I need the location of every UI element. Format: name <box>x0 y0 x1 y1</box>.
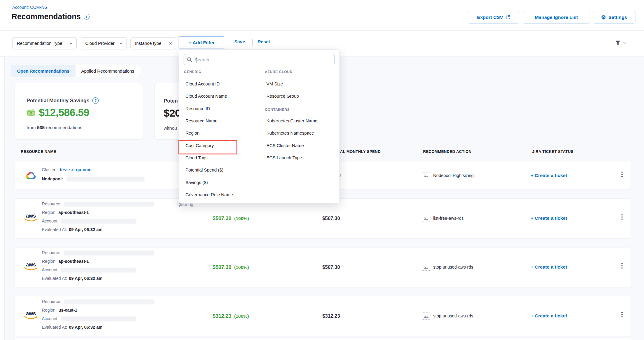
filter-option-governance-rule-name[interactable]: Governance Rule Name <box>185 192 233 197</box>
filter-chip-instance-type[interactable]: Instance type × <box>130 37 176 49</box>
gear-icon: ⚙ <box>601 15 606 20</box>
resource-label: Resource: <box>42 201 61 206</box>
create-ticket-link[interactable]: + Create a ticket <box>531 313 567 319</box>
evaluated-at-value: 09 Apr, 06:32 am <box>69 227 103 232</box>
column-header-recommended-action: RECOMMENDED ACTION <box>423 150 471 154</box>
spend-card-title-partial: Poten <box>164 98 178 104</box>
row-menu-kebab-icon[interactable] <box>619 312 625 317</box>
create-ticket-link[interactable]: + Create a ticket <box>531 215 567 221</box>
image-placeholder-icon <box>422 264 430 271</box>
region-value: ap-southeast-1 <box>58 259 89 264</box>
filter-option-resource-id[interactable]: Resource ID <box>185 106 210 111</box>
image-placeholder-icon <box>422 215 430 222</box>
filter-option-cloud-account-name[interactable]: Cloud Account Name <box>185 94 227 99</box>
table-row[interactable]: aws Resource: Region:us-east-1 Account: … <box>15 296 631 336</box>
tab-applied-recommendations[interactable]: Applied Recommendations <box>75 65 140 77</box>
reset-filter-button[interactable]: Reset <box>258 39 270 44</box>
cluster-name-link[interactable]: test-sri-qa-ccm <box>60 167 92 172</box>
aws-icon: aws <box>24 311 38 320</box>
filter-option-kubernetes-cluster-name[interactable]: Kubernetes Cluster Name <box>266 118 317 123</box>
evaluated-at-value: 09 Apr, 06:32 am <box>69 276 103 281</box>
breadcrumb[interactable]: Account: CCM-NG <box>12 5 48 10</box>
filter-option-potential-spend[interactable]: Potential Spend ($) <box>185 168 223 172</box>
add-filter-dropdown: GENERIC Cloud Account ID Cloud Account N… <box>179 49 340 204</box>
row-menu-kebab-icon[interactable] <box>619 172 625 177</box>
external-link-icon <box>506 15 510 20</box>
potential-monthly-savings-card: Potential Monthly Savings ? $12,586.59 f… <box>15 83 143 139</box>
help-icon[interactable]: ? <box>92 97 99 104</box>
savings-sub-recs: recommendations <box>46 125 82 130</box>
filter-option-resource-name[interactable]: Resource Name <box>185 118 218 123</box>
filter-chip-cloud-provider[interactable]: Cloud Provider <box>81 37 127 49</box>
create-ticket-link[interactable]: + Create a ticket <box>531 173 567 178</box>
row-menu-kebab-icon[interactable] <box>619 263 625 269</box>
redacted-account-value <box>61 316 136 321</box>
add-filter-button[interactable]: + Add Filter <box>178 36 225 49</box>
column-header-monthly-spend-partial: AL MONTHLY SPEND <box>340 150 381 154</box>
create-ticket-link[interactable]: + Create a ticket <box>531 264 567 270</box>
tab-open-recommendations[interactable]: Open Recommendations <box>11 65 75 77</box>
dropdown-search[interactable] <box>184 54 335 65</box>
save-filter-button[interactable]: Save <box>234 39 245 44</box>
table-row[interactable] <box>15 338 631 340</box>
filter-option-vm-size[interactable]: VM Size <box>266 81 283 86</box>
spend-card-sub-partial: withou <box>164 125 177 131</box>
chevron-down-icon <box>623 42 626 44</box>
resource-label: Resource: <box>42 250 61 255</box>
settings-button[interactable]: ⚙ Settings <box>593 11 635 24</box>
chevron-down-icon <box>69 42 73 45</box>
spend-card-amount-partial: $20 <box>164 107 181 119</box>
evaluated-at-label: Evaluated At: <box>42 325 67 330</box>
monthly-spend-value: $507.30 <box>307 216 356 221</box>
filter-option-region[interactable]: Region <box>185 131 199 136</box>
recommended-action-value: Nodepool Rightsizing <box>433 173 474 178</box>
evaluated-at-label: Evaluated At: <box>42 227 67 232</box>
filter-option-cost-category[interactable]: Cost Category <box>185 143 214 148</box>
filter-option-resource-group[interactable]: Resource Group <box>266 94 299 99</box>
table-row[interactable]: aws Resource: Region:ap-southeast-1 Acco… <box>15 247 631 287</box>
search-input[interactable] <box>195 57 331 62</box>
manage-ignore-list-button[interactable]: Manage Ignore List <box>523 11 590 24</box>
section-header-generic: GENERIC <box>184 70 201 74</box>
filter-option-kubernetes-namespace[interactable]: Kubernetes Namespace <box>266 131 314 136</box>
savings-card-title: Potential Monthly Savings <box>27 98 89 103</box>
filter-option-ecs-launch-type[interactable]: ECS Launch Type <box>266 155 302 160</box>
close-icon[interactable]: × <box>169 41 172 46</box>
export-csv-button[interactable]: Export CSV <box>468 11 519 24</box>
filter-option-cloud-tags[interactable]: Cloud Tags <box>185 155 207 160</box>
column-header-jira-ticket-status: JIRA TICKET STATUS <box>532 150 573 154</box>
account-label: Account: <box>42 267 58 272</box>
monthly-savings-value: $507.30(100%) <box>213 264 249 270</box>
info-icon[interactable]: i <box>84 14 90 20</box>
region-label: Region: <box>42 259 57 264</box>
filter-option-ecs-cluster-name[interactable]: ECS Cluster Name <box>266 143 304 148</box>
evaluated-at-value: 09 Apr, 06:32 am <box>69 325 103 330</box>
page-title-row: Recommendations i <box>12 12 90 21</box>
aws-icon: aws <box>24 213 38 222</box>
settings-label: Settings <box>608 15 627 20</box>
filter-option-savings[interactable]: Savings ($) <box>185 180 208 185</box>
redacted-account-value <box>61 268 136 273</box>
section-header-containers: CONTAINERS <box>265 108 290 111</box>
save-reset-divider <box>252 39 253 46</box>
row-menu-kebab-icon[interactable] <box>619 214 625 220</box>
region-label: Region: <box>42 308 57 313</box>
monthly-savings-value: $312.23(100%) <box>213 313 249 319</box>
recommended-action-value: stop-unused-aws-rds <box>433 313 473 318</box>
account-label: Account: <box>42 219 58 223</box>
region-value: ap-southeast-1 <box>58 210 89 215</box>
search-icon <box>187 57 192 62</box>
redacted-account-value <box>61 219 136 224</box>
aws-icon: aws <box>24 262 38 271</box>
image-placeholder-icon <box>422 313 430 320</box>
region-value: us-east-1 <box>58 308 77 313</box>
filter-option-cloud-account-id[interactable]: Cloud Account ID <box>185 81 220 86</box>
redacted-resource-value <box>64 202 154 207</box>
filter-panel-toggle[interactable] <box>615 40 626 46</box>
recommended-action-value: stop-unused-aws-rds <box>433 265 473 269</box>
table-row[interactable]: aws Resource: Region:ap-southeast-1 Acco… <box>15 198 631 238</box>
filter-chip-recommendation-type[interactable]: Recommendation Type <box>12 37 77 49</box>
redacted-resource-value <box>64 299 154 304</box>
resource-label: Resource: <box>42 299 61 304</box>
text-caret <box>196 57 196 63</box>
